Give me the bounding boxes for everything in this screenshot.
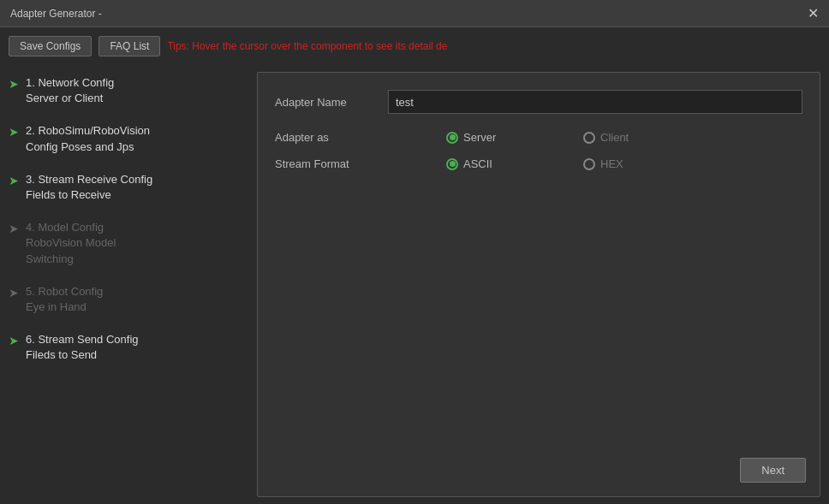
stream-format-ascii-label: ASCII (463, 157, 492, 170)
content-panel: Adapter Name Adapter as Server Client St… (257, 72, 820, 497)
stream-format-hex-radio[interactable] (583, 158, 595, 170)
stream-format-hex-option[interactable]: HEX (583, 157, 686, 170)
adapter-as-client-label: Client (600, 131, 629, 144)
gray-arrow-icon: ➤ (9, 222, 19, 235)
sidebar: ➤1. Network Config Server or Client➤2. R… (0, 65, 257, 504)
faq-list-button[interactable]: FAQ List (98, 36, 160, 56)
adapter-as-server-radio[interactable] (446, 132, 458, 144)
sidebar-item-label: 2. RoboSimu/RoboVision Config Poses and … (26, 123, 150, 154)
green-arrow-icon: ➤ (9, 77, 19, 91)
save-configs-button[interactable]: Save Configs (9, 36, 92, 56)
adapter-as-server-option[interactable]: Server (446, 131, 549, 144)
stream-format-ascii-radio[interactable] (446, 158, 458, 170)
sidebar-item-label: 5. Robot Config Eye in Hand (26, 284, 103, 315)
green-arrow-icon: ➤ (9, 125, 19, 139)
next-button[interactable]: Next (740, 458, 806, 483)
sidebar-item[interactable]: ➤4. Model Config RoboVision Model Switch… (9, 220, 248, 267)
green-arrow-icon: ➤ (9, 174, 19, 187)
main-layout: ➤1. Network Config Server or Client➤2. R… (0, 65, 829, 504)
green-arrow-icon: ➤ (9, 334, 19, 347)
sidebar-item-label: 4. Model Config RoboVision Model Switchi… (26, 220, 116, 267)
sidebar-item-label: 6. Stream Send Config Fileds to Send (26, 332, 139, 363)
gray-arrow-icon: ➤ (9, 286, 19, 299)
adapter-as-label: Adapter as (275, 131, 446, 144)
adapter-as-client-radio[interactable] (583, 132, 595, 144)
stream-format-row: Stream Format ASCII HEX (275, 157, 802, 170)
window-title: Adapter Generator - (10, 8, 102, 20)
adapter-as-row: Adapter as Server Client (275, 131, 802, 144)
title-bar: Adapter Generator - ✕ (0, 0, 829, 27)
toolbar: Save Configs FAQ List Tips: Hover the cu… (0, 27, 829, 65)
sidebar-item[interactable]: ➤6. Stream Send Config Fileds to Send (9, 332, 248, 363)
adapter-as-server-label: Server (463, 131, 496, 144)
stream-format-hex-label: HEX (600, 157, 623, 170)
sidebar-item[interactable]: ➤1. Network Config Server or Client (9, 75, 248, 106)
close-button[interactable]: ✕ (808, 7, 819, 21)
adapter-as-client-option[interactable]: Client (583, 131, 686, 144)
adapter-name-row: Adapter Name (275, 90, 802, 114)
sidebar-item-label: 1. Network Config Server or Client (26, 75, 114, 106)
tip-text: Tips: Hover the cursor over the componen… (167, 40, 820, 52)
adapter-name-input[interactable] (388, 90, 802, 114)
adapter-as-options: Server Client (446, 131, 686, 144)
sidebar-item[interactable]: ➤3. Stream Receive Config Fields to Rece… (9, 172, 248, 203)
adapter-name-label: Adapter Name (275, 96, 378, 109)
sidebar-item[interactable]: ➤2. RoboSimu/RoboVision Config Poses and… (9, 123, 248, 154)
stream-format-label: Stream Format (275, 157, 446, 170)
sidebar-item-label: 3. Stream Receive Config Fields to Recei… (26, 172, 152, 203)
sidebar-item[interactable]: ➤5. Robot Config Eye in Hand (9, 284, 248, 315)
stream-format-ascii-option[interactable]: ASCII (446, 157, 549, 170)
stream-format-options: ASCII HEX (446, 157, 686, 170)
